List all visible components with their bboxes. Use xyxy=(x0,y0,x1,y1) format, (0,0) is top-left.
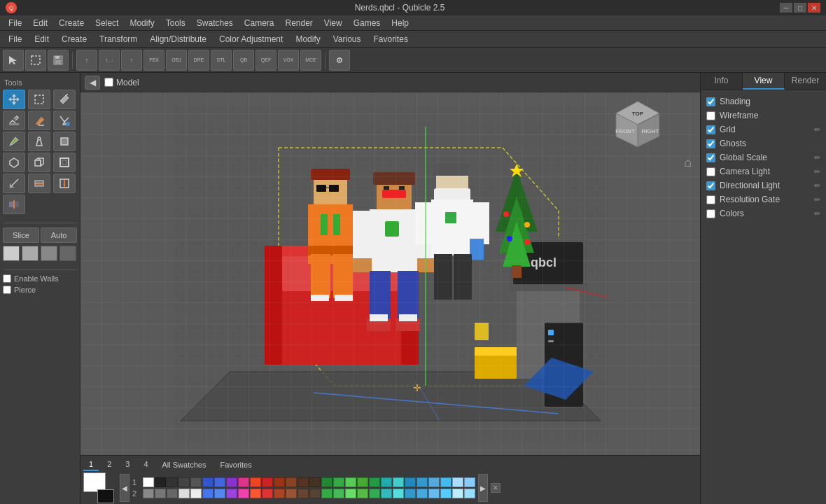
color-tab-favorites[interactable]: Favorites xyxy=(214,459,257,470)
swatch-item[interactable] xyxy=(333,477,344,487)
swatch-item[interactable] xyxy=(202,477,214,487)
swatch-item[interactable] xyxy=(452,489,463,498)
panel-tab-info[interactable]: Info xyxy=(701,73,743,90)
swatch-item[interactable] xyxy=(178,477,190,487)
toolbar-export-dre[interactable]: DRE xyxy=(188,50,209,71)
tool-3d-box[interactable] xyxy=(28,153,50,172)
panel-tab-render[interactable]: Render xyxy=(785,73,826,90)
sec-menu-edit[interactable]: Edit xyxy=(29,33,55,46)
sec-menu-various[interactable]: Various xyxy=(328,33,367,46)
grid-checkbox[interactable] xyxy=(706,125,715,134)
minimize-button[interactable]: ─ xyxy=(780,3,792,13)
menu-camera[interactable]: Camera xyxy=(239,17,280,29)
swatch-item[interactable] xyxy=(262,477,273,487)
swatch-item[interactable] xyxy=(155,477,166,487)
menu-create[interactable]: Create xyxy=(53,17,90,29)
next-arrow[interactable]: ▶ xyxy=(478,474,488,502)
swatch-item[interactable] xyxy=(226,477,237,487)
swatch-item[interactable] xyxy=(238,477,249,487)
sec-menu-favorites[interactable]: Favorites xyxy=(368,33,414,46)
swatch-item[interactable] xyxy=(381,477,392,487)
menu-tools[interactable]: Tools xyxy=(160,17,191,29)
swatch-item[interactable] xyxy=(405,489,416,498)
swatch-item[interactable] xyxy=(416,477,428,487)
swatch-item[interactable] xyxy=(286,489,297,498)
toolbar-export-stl[interactable]: STL xyxy=(211,50,232,71)
prev-arrow[interactable]: ◀ xyxy=(120,474,130,502)
toolbar-export-2[interactable]: ↑… xyxy=(99,50,120,71)
back-button[interactable]: ◀ xyxy=(85,76,100,90)
swatch-item[interactable] xyxy=(298,477,309,487)
tool-mirror[interactable] xyxy=(3,195,25,214)
maximize-button[interactable]: □ xyxy=(794,3,806,13)
toolbar-export-qb[interactable]: QB xyxy=(233,50,254,71)
tool-pivot[interactable] xyxy=(3,174,25,193)
colors-checkbox[interactable] xyxy=(706,209,715,218)
swatch-item[interactable] xyxy=(143,489,154,498)
menu-view[interactable]: View xyxy=(318,17,348,29)
tool-outline[interactable] xyxy=(53,153,76,172)
delete-swatch-button[interactable]: ✕ xyxy=(491,483,500,493)
panel-tab-view[interactable]: View xyxy=(743,73,785,90)
sec-menu-modify[interactable]: Modify xyxy=(290,33,326,46)
toolbar-export-obj[interactable]: OBJ xyxy=(166,50,187,71)
toolbar-export-qef[interactable]: QEF xyxy=(255,50,276,71)
tool-square[interactable] xyxy=(53,132,76,151)
swatch-item[interactable] xyxy=(345,489,356,498)
swatch-item[interactable] xyxy=(428,489,440,498)
swatch-item[interactable] xyxy=(440,489,451,498)
colors-edit-icon[interactable]: ✏ xyxy=(814,209,820,218)
toolbar-btn-2[interactable] xyxy=(25,50,46,71)
swatch-item[interactable] xyxy=(286,477,297,487)
swatch-item[interactable] xyxy=(309,477,321,487)
cameralight-edit-icon[interactable]: ✏ xyxy=(814,167,820,176)
swatch-item[interactable] xyxy=(250,489,261,498)
cube-navigator[interactable]: TOP RIGHT FRONT xyxy=(610,98,665,153)
menu-modify[interactable]: Modify xyxy=(124,17,160,29)
model-checkbox[interactable] xyxy=(104,78,113,87)
tool-fill[interactable] xyxy=(53,111,76,130)
swatch-item[interactable] xyxy=(143,477,154,487)
viewport[interactable]: qbcl xyxy=(80,92,700,455)
swatch-item[interactable] xyxy=(309,489,321,498)
swatch-item[interactable] xyxy=(298,489,309,498)
background-color[interactable] xyxy=(97,489,114,503)
swatch-item[interactable] xyxy=(226,489,237,498)
color-tab-1[interactable]: 1 xyxy=(83,458,99,471)
sec-menu-color[interactable]: Color Adjustment xyxy=(214,33,288,46)
tool-move[interactable] xyxy=(3,90,25,109)
swatch-item[interactable] xyxy=(333,489,344,498)
tool-add[interactable] xyxy=(3,111,25,130)
toolbar-btn-3[interactable] xyxy=(48,50,69,71)
preview-item-4[interactable] xyxy=(59,246,76,261)
tool-3d-select[interactable] xyxy=(3,153,25,172)
dirlight-edit-icon[interactable]: ✏ xyxy=(814,181,820,190)
color-tab-all[interactable]: All Swatches xyxy=(157,459,212,470)
swatch-item[interactable] xyxy=(214,477,225,487)
color-tab-3[interactable]: 3 xyxy=(120,458,135,471)
toolbar-export-mce[interactable]: MCE xyxy=(300,50,321,71)
dirlight-checkbox[interactable] xyxy=(706,181,715,190)
swatch-item[interactable] xyxy=(321,477,332,487)
preview-item-1[interactable] xyxy=(3,246,20,261)
swatch-item[interactable] xyxy=(369,489,380,498)
preview-item-2[interactable] xyxy=(22,246,38,261)
swatch-item[interactable] xyxy=(190,489,202,498)
swatch-item[interactable] xyxy=(428,477,440,487)
tool-paint[interactable] xyxy=(53,90,76,109)
preview-item-3[interactable] xyxy=(41,246,57,261)
menu-render[interactable]: Render xyxy=(280,17,318,29)
auto-button[interactable]: Auto xyxy=(41,227,77,243)
swatch-item[interactable] xyxy=(345,477,356,487)
swatch-item[interactable] xyxy=(405,477,416,487)
swatch-item[interactable] xyxy=(214,489,225,498)
toolbar-export-3[interactable]: ↑ xyxy=(121,50,142,71)
swatch-item[interactable] xyxy=(393,477,404,487)
enable-walls-checkbox[interactable] xyxy=(3,274,11,283)
menu-help[interactable]: Help xyxy=(386,17,414,29)
menu-edit[interactable]: Edit xyxy=(27,17,53,29)
swatch-item[interactable] xyxy=(167,489,178,498)
swatch-item[interactable] xyxy=(452,477,463,487)
swatch-item[interactable] xyxy=(238,489,249,498)
swatch-item[interactable] xyxy=(274,477,285,487)
